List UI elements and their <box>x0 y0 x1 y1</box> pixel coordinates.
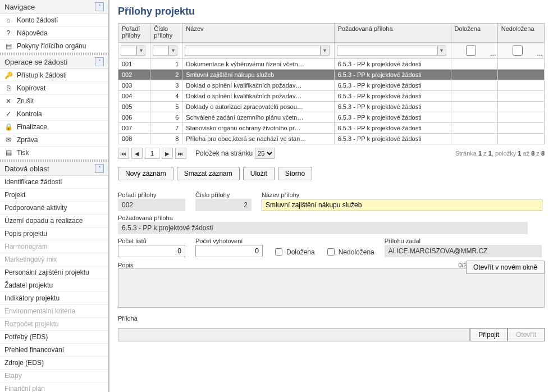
nav-item-finalizace[interactable]: 🔒Finalizace <box>0 121 108 134</box>
nav-item-zrusit[interactable]: ✕Zrušit <box>0 95 108 108</box>
pager-page-input[interactable] <box>145 148 159 159</box>
lbl-dolozena: Doložena <box>286 248 315 256</box>
table-row[interactable]: 0044Doklad o splnění kvalifikačních poža… <box>118 91 545 102</box>
nav-item-kopirovat[interactable]: ⎘Kopírovat <box>0 82 108 95</box>
cell-nazev: Schválené zadání územního plánu včetn… <box>182 112 334 123</box>
open-new-window-button[interactable]: Otevřít v novém okně <box>466 261 545 274</box>
pager-next[interactable]: ▶ <box>162 148 173 159</box>
filter-nedolozena[interactable] <box>502 45 533 56</box>
chk-dolozena[interactable] <box>275 248 282 256</box>
input-listu[interactable] <box>118 245 185 257</box>
filter-icon[interactable]: ▾ <box>168 45 177 56</box>
nav-item-kontrola[interactable]: ✓Kontrola <box>0 108 108 121</box>
lbl-priloha: Příloha <box>118 315 545 322</box>
pager-first[interactable]: ⏮ <box>118 148 129 159</box>
cell-nazev: Doklad o splnění kvalifikačních požadav… <box>182 91 334 102</box>
table-row[interactable]: 0055Doklady o autorizaci zpracovatelů po… <box>118 102 545 112</box>
save-button[interactable]: Uložit <box>243 167 275 180</box>
nav-item-konto[interactable]: ⌂Konto žádostí <box>0 14 108 27</box>
col-pozad[interactable]: Požadovaná příloha <box>334 24 451 43</box>
filter-icon[interactable]: ▾ <box>321 45 330 56</box>
table-row[interactable]: 0088Příloha pro obec,která se nachází ve… <box>118 134 545 144</box>
nav-item-aktivity[interactable]: Podporované aktivity <box>0 202 108 215</box>
nav-item-zdroje[interactable]: Zdroje (EDS) <box>0 357 108 370</box>
nav-item-personalni[interactable]: Personální zajištění projektu <box>0 266 108 279</box>
cell-cislo: 2 <box>150 70 182 80</box>
nav-group-navigace[interactable]: Navigace ˄ <box>0 0 108 14</box>
table-row[interactable]: 0033Doklad o splnění kvalifikačních poža… <box>118 80 545 91</box>
table-row[interactable]: 0011Dokumentace k výběrovému řízení včet… <box>118 59 545 70</box>
nav-item-pristup[interactable]: 🔑Přístup k žádosti <box>0 69 108 82</box>
col-nedolozena[interactable]: Nedoložena <box>497 24 544 43</box>
mail-icon: ✉ <box>4 136 12 144</box>
nav-item-identifikace[interactable]: Identifikace žádosti <box>0 176 108 189</box>
nav-item-indikatory[interactable]: Indikátory projektu <box>0 292 108 305</box>
table-row[interactable]: 0066Schválené zadání územního plánu včet… <box>118 112 545 123</box>
check-icon: ✓ <box>4 110 12 118</box>
nav-item-financovani[interactable]: Přehled financování <box>0 344 108 357</box>
filter-nazev[interactable] <box>185 45 320 56</box>
nav-item-pokyny[interactable]: ▤Pokyny řídícího orgánu <box>0 40 108 53</box>
storno-button[interactable]: Storno <box>278 167 312 180</box>
attach-button[interactable]: Připojit <box>470 328 508 341</box>
filter-icon[interactable]: ▾ <box>136 45 145 56</box>
input-vyhot[interactable] <box>195 245 263 257</box>
nav-item-harmonogram: Harmonogram <box>0 240 108 253</box>
nav-label: Etapy <box>4 372 22 380</box>
pagesize-select[interactable]: 25 <box>255 148 275 159</box>
nav-group-title: Operace se žádostí <box>4 58 68 66</box>
nav-item-zadatel[interactable]: Žadatel projektu <box>0 279 108 292</box>
nav-item-potreby[interactable]: Potřeby (EDS) <box>0 331 108 344</box>
cell-cislo: 7 <box>150 123 182 134</box>
table-row[interactable]: 0022Smluvní zajištění nákupu služeb6.5.3… <box>118 70 545 80</box>
filter-poradi[interactable] <box>121 45 136 56</box>
cell-poradi: 006 <box>118 112 150 123</box>
lbl-zadal: Přílohu zadal <box>385 238 545 244</box>
input-priloha-path[interactable] <box>118 328 470 341</box>
filter-icon[interactable]: ▾ <box>437 45 446 56</box>
chevron-up-icon: ˄ <box>95 57 104 66</box>
filter-pozad[interactable] <box>337 45 437 56</box>
nav-item-uzemi[interactable]: Území dopadu a realizace <box>0 215 108 227</box>
main-content: Přílohy projektu Pořadí přílohy Číslo př… <box>109 0 553 392</box>
chk-nedolozena[interactable] <box>327 248 335 256</box>
new-record-button[interactable]: Nový záznam <box>118 167 173 180</box>
nav-item-zprava[interactable]: ✉Zpráva <box>0 134 108 147</box>
nav-item-tisk[interactable]: ▤Tisk <box>0 147 108 159</box>
col-dolozena[interactable]: Doložena <box>451 24 497 43</box>
table-row[interactable]: 0077Stanovisko orgánu ochrany životního … <box>118 123 545 134</box>
nav-label: Projekt <box>4 191 25 199</box>
cell-poradi: 008 <box>118 134 150 144</box>
nav-item-etapy: Etapy <box>0 370 108 382</box>
nav-item-projekt[interactable]: Projekt <box>0 189 108 202</box>
val-zadal: ALICE.MARCISZOVA@MMR.CZ <box>385 245 542 257</box>
col-nazev[interactable]: Název <box>182 24 334 43</box>
nav-group-operace[interactable]: Operace se žádostí ˄ <box>0 55 108 69</box>
nav-label: Kopírovat <box>17 84 45 92</box>
delete-record-button[interactable]: Smazat záznam <box>177 167 240 180</box>
filter-dolozena[interactable] <box>456 45 486 56</box>
cell-nedolozena <box>497 102 544 112</box>
filter-cislo[interactable] <box>153 45 168 56</box>
cell-poradi: 001 <box>118 59 150 70</box>
cell-pozad: 6.5.3 - PP k projektové žádosti <box>334 123 451 134</box>
textarea-popis[interactable] <box>118 268 545 308</box>
nav-item-napoveda[interactable]: ?Nápověda <box>0 27 108 40</box>
nav-group-title: Datová oblast <box>4 165 49 173</box>
nav-label: Žadatel projektu <box>4 281 53 289</box>
nav-group-datova[interactable]: Datová oblast ˄ <box>0 162 108 176</box>
nav-label: Pokyny řídícího orgánu <box>17 42 86 50</box>
pager-last[interactable]: ⏭ <box>175 148 186 159</box>
col-poradi[interactable]: Pořadí přílohy <box>118 24 150 43</box>
pager-prev[interactable]: ◀ <box>131 148 143 159</box>
detail-form: Pořadí přílohy002 Číslo přílohy2 Název p… <box>118 192 545 341</box>
col-cislo[interactable]: Číslo přílohy <box>150 24 182 43</box>
nav-item-popis[interactable]: Popis projektu <box>0 227 108 240</box>
nav-label: Personální zajištění projektu <box>4 268 89 276</box>
input-nazev[interactable] <box>262 199 542 211</box>
cell-dolozena <box>451 102 497 112</box>
nav-label: Harmonogram <box>4 243 48 250</box>
cell-poradi: 002 <box>118 70 150 80</box>
nav-label: Indikátory projektu <box>4 294 60 302</box>
cell-nedolozena <box>497 112 544 123</box>
